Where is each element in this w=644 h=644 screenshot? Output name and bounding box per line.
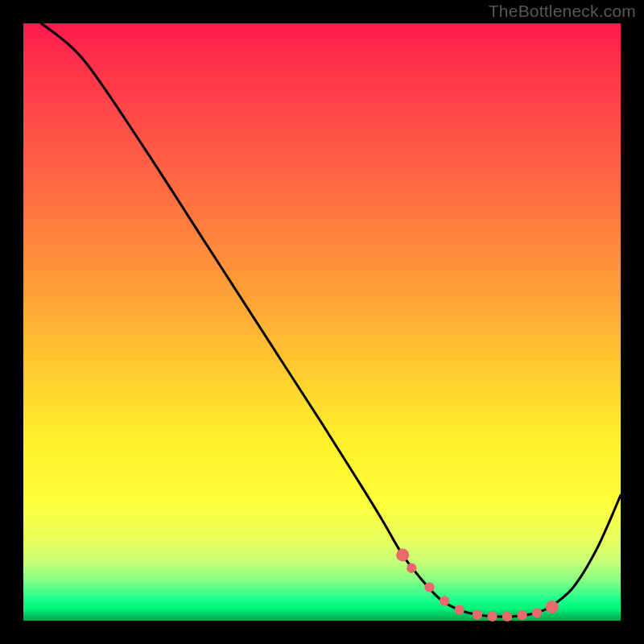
marker-dot [396,548,409,561]
marker-dot [455,605,464,614]
watermark-text: TheBottleneck.com [489,2,636,21]
chart-frame: TheBottleneck.com [0,0,644,644]
curve-line [41,23,621,617]
marker-dot [487,612,497,621]
marker-dot [424,582,434,592]
marker-dot [473,609,482,619]
marker-dot [532,608,542,617]
marker-dot [517,610,526,620]
chart-svg [23,23,621,621]
marker-dot [546,601,559,613]
marker-dot [502,612,512,621]
plot-area [23,23,621,621]
highlight-markers [396,548,559,621]
marker-dot [440,596,449,605]
marker-dot [407,564,416,573]
